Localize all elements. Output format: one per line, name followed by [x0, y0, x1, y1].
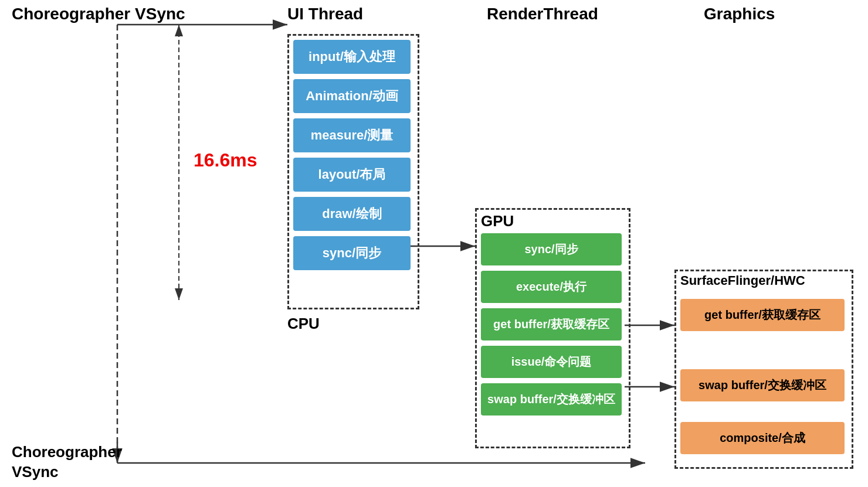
gpu-execute-block: execute/执行 — [481, 271, 622, 303]
animation-block: Animation/动画 — [293, 79, 411, 113]
input-block: input/输入处理 — [293, 40, 411, 74]
choreographer-bottom-label: ChoreographerVSync — [12, 442, 122, 482]
gpu-sync-block: sync/同步 — [481, 233, 622, 265]
diagram: Choreographer VSync UI Thread RenderThre… — [0, 0, 868, 487]
choreographer-header: Choreographer VSync — [12, 5, 185, 23]
ui-thread-header: UI Thread — [287, 5, 363, 23]
measure-block: measure/测量 — [293, 118, 411, 152]
sf-label: SurfaceFlinger/HWC — [680, 273, 805, 288]
gpu-swapbuffer-block: swap buffer/交换缓冲区 — [481, 383, 622, 416]
sf-composite-block: composite/合成 — [680, 422, 845, 454]
render-thread-header: RenderThread — [487, 5, 598, 23]
gpu-issue-block: issue/命令问题 — [481, 346, 622, 378]
cpu-label: CPU — [287, 315, 320, 333]
sync-ui-block: sync/同步 — [293, 236, 411, 270]
timing-label: 16.6ms — [194, 149, 257, 171]
graphics-header: Graphics — [704, 5, 775, 23]
gpu-getbuffer-block: get buffer/获取缓存区 — [481, 308, 622, 340]
layout-block: layout/布局 — [293, 158, 411, 192]
sf-swapbuffer-block: swap buffer/交换缓冲区 — [680, 369, 845, 401]
gpu-label: GPU — [481, 212, 514, 230]
sf-getbuffer-block: get buffer/获取缓存区 — [680, 299, 845, 331]
draw-block: draw/绘制 — [293, 197, 411, 231]
